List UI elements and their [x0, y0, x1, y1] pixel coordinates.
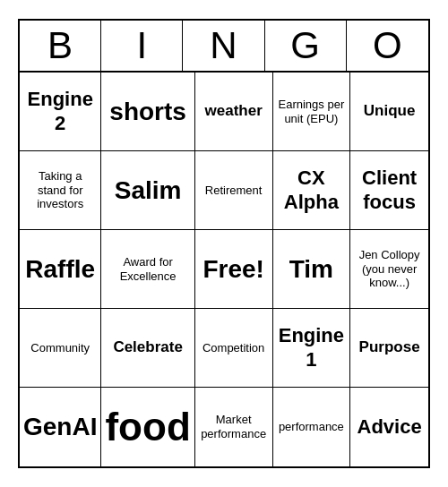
cell-text: Engine 2 [23, 88, 97, 135]
bingo-cell: performance [273, 388, 351, 466]
bingo-cell: Award for Excellence [101, 230, 194, 309]
cell-text: GenAI [23, 412, 97, 442]
header-letter: B [20, 21, 101, 71]
cell-text: Unique [364, 102, 416, 120]
bingo-cell: shorts [101, 73, 194, 151]
bingo-grid: Engine 2shortsweatherEarnings per unit (… [20, 73, 428, 466]
cell-text: Raffle [25, 254, 95, 285]
cell-text: performance [279, 420, 344, 434]
cell-text: Client focus [354, 167, 425, 214]
cell-text: shorts [109, 97, 186, 127]
bingo-cell: Retirement [195, 151, 273, 230]
cell-text: Celebrate [113, 338, 182, 356]
cell-text: CX Alpha [277, 167, 347, 214]
bingo-header: BINGO [20, 21, 428, 73]
bingo-card: BINGO Engine 2shortsweatherEarnings per … [18, 19, 430, 468]
cell-text: Purpose [359, 338, 420, 356]
bingo-cell: Community [20, 309, 101, 388]
header-letter: G [265, 21, 347, 71]
header-letter: N [183, 21, 264, 71]
cell-text: Advice [358, 415, 422, 439]
bingo-cell: Taking a stand for investors [20, 151, 101, 230]
cell-text: Retirement [205, 184, 263, 198]
cell-text: Salim [115, 175, 182, 206]
cell-text: Tim [289, 254, 333, 285]
header-letter: I [101, 21, 183, 71]
bingo-cell: Engine 1 [273, 309, 351, 388]
bingo-cell: Raffle [20, 230, 101, 309]
cell-text: Jen Collopy (you never know...) [354, 248, 425, 290]
bingo-cell: Earnings per unit (EPU) [273, 73, 351, 151]
bingo-cell: food [101, 388, 194, 466]
bingo-cell: Purpose [350, 309, 428, 388]
header-letter: O [347, 21, 428, 71]
cell-text: weather [205, 102, 263, 120]
bingo-cell: Competition [195, 309, 273, 388]
cell-text: food [105, 404, 190, 451]
bingo-cell: Client focus [350, 151, 428, 230]
bingo-cell: Unique [350, 73, 428, 151]
bingo-cell: Free! [195, 230, 273, 309]
bingo-cell: Market performance [195, 388, 273, 466]
cell-text: Taking a stand for investors [23, 169, 97, 211]
bingo-cell: Engine 2 [20, 73, 101, 151]
bingo-cell: GenAI [20, 388, 101, 466]
cell-text: Earnings per unit (EPU) [277, 98, 347, 125]
bingo-cell: Advice [350, 388, 428, 466]
bingo-cell: Tim [273, 230, 351, 309]
cell-text: Engine 1 [277, 324, 347, 372]
bingo-cell: Salim [101, 151, 194, 230]
bingo-cell: Jen Collopy (you never know...) [350, 230, 428, 309]
cell-text: Market performance [199, 413, 269, 440]
cell-text: Award for Excellence [105, 255, 190, 283]
cell-text: Community [30, 341, 90, 355]
bingo-cell: Celebrate [101, 309, 194, 388]
bingo-cell: CX Alpha [273, 151, 351, 230]
cell-text: Free! [202, 254, 263, 285]
bingo-cell: weather [195, 73, 273, 151]
cell-text: Competition [202, 341, 264, 355]
